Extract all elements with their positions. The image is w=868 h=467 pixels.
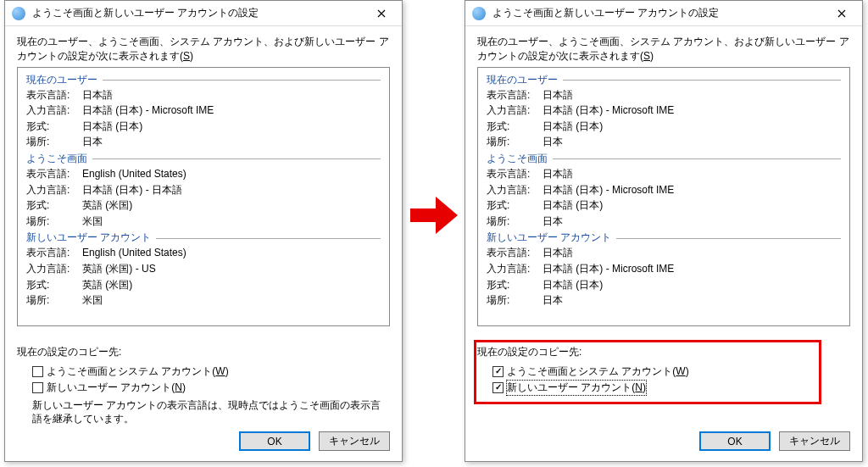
copy-heading: 現在の設定のコピー先:: [17, 345, 390, 359]
value-welcome-format: 日本語 (日本): [542, 197, 603, 214]
value-current-input: 日本語 (日本) - Microsoft IME: [542, 103, 674, 119]
copy-heading: 現在の設定のコピー先:: [477, 345, 850, 359]
settings-panel: 現在のユーザー 表示言語:日本語 入力言語:日本語 (日本) - Microso…: [477, 67, 850, 326]
value-newuser-format: 英語 (米国): [82, 277, 132, 293]
value-current-display: 日本語: [82, 87, 113, 103]
checkbox-welcome[interactable]: [492, 366, 504, 377]
value-welcome-input: 日本語 (日本) - Microsoft IME: [542, 182, 674, 198]
close-button[interactable]: [825, 2, 859, 25]
cancel-button[interactable]: キャンセル: [319, 431, 390, 451]
ok-button[interactable]: OK: [239, 431, 310, 451]
button-row: OK キャンセル: [239, 431, 390, 451]
value-newuser-location: 米国: [82, 292, 103, 309]
group-welcome-screen: ようこそ画面: [26, 152, 381, 166]
checkbox-welcome-row[interactable]: ようこそ画面とシステム アカウント(W): [32, 364, 390, 379]
close-icon: [377, 9, 386, 18]
ok-button[interactable]: OK: [699, 431, 771, 451]
value-welcome-display: 日本語: [542, 166, 573, 182]
value-current-format: 日本語 (日本): [542, 119, 603, 135]
checkbox-newuser-row[interactable]: 新しいユーザー アカウント(N): [492, 381, 850, 395]
label-input: 入力言語:: [26, 103, 82, 119]
label-display: 表示言語:: [26, 87, 82, 103]
value-current-location: 日本: [542, 134, 563, 150]
checkbox-welcome-row[interactable]: ようこそ画面とシステム アカウント(W): [492, 364, 850, 379]
group-welcome-screen: ようこそ画面: [487, 152, 841, 166]
checkbox-newuser[interactable]: [32, 382, 43, 393]
value-current-format: 日本語 (日本): [82, 119, 142, 135]
checkbox-welcome-label: ようこそ画面とシステム アカウント(W): [507, 364, 689, 379]
group-new-user: 新しいユーザー アカウント: [487, 231, 841, 245]
globe-icon: [472, 7, 486, 20]
copy-section: 現在の設定のコピー先: ようこそ画面とシステム アカウント(W) 新しいユーザー…: [477, 345, 850, 395]
copy-section: 現在の設定のコピー先: ようこそ画面とシステム アカウント(W) 新しいユーザー…: [17, 345, 390, 427]
window-title: ようこそ画面と新しいユーザー アカウントの設定: [32, 6, 364, 20]
dialog-before: ようこそ画面と新しいユーザー アカウントの設定 現在のユーザー、ようこそ画面、シ…: [4, 0, 403, 462]
value-newuser-input: 英語 (米国) - US: [82, 261, 156, 277]
value-welcome-display: English (United States): [82, 166, 186, 182]
close-button[interactable]: [364, 2, 398, 25]
value-newuser-display: 日本語: [542, 245, 573, 261]
label-location: 場所:: [26, 134, 82, 150]
titlebar[interactable]: ようこそ画面と新しいユーザー アカウントの設定: [5, 1, 402, 26]
value-current-input: 日本語 (日本) - Microsoft IME: [82, 103, 214, 119]
value-welcome-format: 英語 (米国): [82, 197, 132, 214]
checkbox-newuser-label: 新しいユーザー アカウント(N): [507, 381, 646, 395]
button-row: OK キャンセル: [699, 431, 850, 451]
dialog-after: ようこそ画面と新しいユーザー アカウントの設定 現在のユーザー、ようこそ画面、シ…: [465, 0, 863, 462]
group-new-user: 新しいユーザー アカウント: [26, 231, 381, 245]
intro-text: 現在のユーザー、ようこそ画面、システム アカウント、および新しいユーザー アカウ…: [17, 35, 390, 64]
checkbox-newuser-label: 新しいユーザー アカウント(N): [47, 381, 186, 395]
value-welcome-input: 日本語 (日本) - 日本語: [82, 182, 182, 198]
window-title: ようこそ画面と新しいユーザー アカウントの設定: [492, 6, 825, 20]
titlebar[interactable]: ようこそ画面と新しいユーザー アカウントの設定: [465, 1, 862, 26]
intro-text: 現在のユーザー、ようこそ画面、システム アカウント、および新しいユーザー アカウ…: [477, 35, 850, 64]
checkbox-welcome[interactable]: [32, 366, 43, 377]
checkbox-welcome-label: ようこそ画面とシステム アカウント(W): [47, 364, 229, 379]
globe-icon: [12, 7, 25, 20]
cancel-button[interactable]: キャンセル: [779, 431, 850, 451]
value-newuser-format: 日本語 (日本): [542, 277, 603, 293]
group-current-user: 現在のユーザー: [487, 73, 841, 87]
arrow-icon: [410, 197, 458, 234]
group-current-user: 現在のユーザー: [26, 73, 381, 87]
note-text: 新しいユーザー アカウントの表示言語は、現時点ではようこそ画面の表示言語を継承し…: [32, 398, 390, 427]
value-current-location: 日本: [82, 134, 103, 150]
checkbox-newuser[interactable]: [492, 382, 504, 393]
close-icon: [837, 9, 846, 18]
value-welcome-location: 日本: [542, 214, 563, 230]
dialog-body: 現在のユーザー、ようこそ画面、システム アカウント、および新しいユーザー アカウ…: [5, 26, 402, 435]
checkbox-newuser-row[interactable]: 新しいユーザー アカウント(N): [32, 381, 390, 395]
dialog-body: 現在のユーザー、ようこそ画面、システム アカウント、および新しいユーザー アカウ…: [465, 26, 862, 405]
value-current-display: 日本語: [542, 87, 573, 103]
value-newuser-location: 日本: [542, 292, 563, 309]
value-welcome-location: 米国: [82, 214, 103, 230]
value-newuser-input: 日本語 (日本) - Microsoft IME: [542, 261, 674, 277]
settings-panel: 現在のユーザー 表示言語:日本語 入力言語:日本語 (日本) - Microso…: [17, 67, 390, 326]
value-newuser-display: English (United States): [82, 245, 186, 261]
label-format: 形式:: [26, 119, 82, 135]
